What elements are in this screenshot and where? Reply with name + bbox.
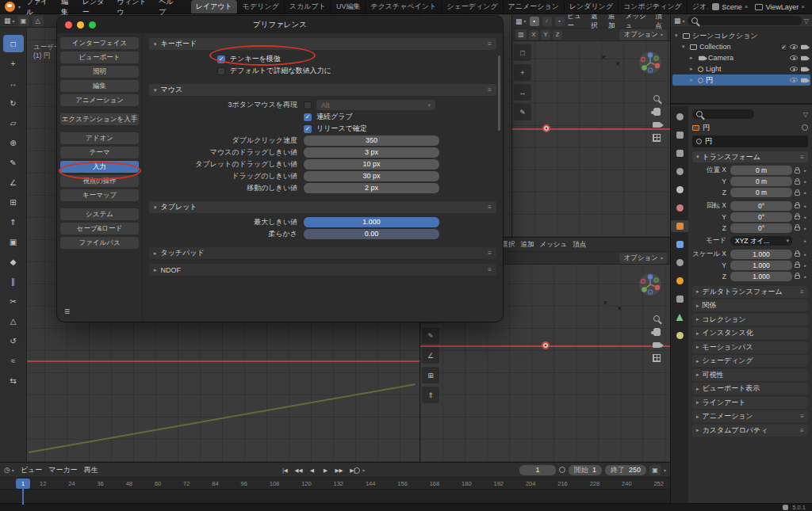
caret-right-icon[interactable]: ▸ — [690, 77, 695, 83]
menu-help[interactable]: ヘルプ — [155, 0, 183, 17]
tool-measure[interactable]: ∠ — [422, 347, 439, 364]
value-field[interactable]: 0° — [730, 201, 792, 211]
prefs-nav-extensions[interactable]: エクステンションを入手 — [60, 113, 139, 125]
section-menu-icon[interactable]: ≡ — [488, 204, 492, 211]
caret-down-icon[interactable]: ▾ — [675, 32, 680, 39]
tool-move[interactable]: ↔ — [3, 74, 24, 92]
release-confirms-checkbox[interactable]: ✓ — [304, 125, 312, 133]
lock-icon[interactable] — [792, 238, 802, 244]
viewport-menu-select[interactable]: 選択 — [591, 14, 603, 31]
prefs-nav-viewport[interactable]: ビューポート — [60, 51, 139, 63]
lock-icon[interactable] — [792, 190, 802, 196]
tool-extrude[interactable]: ⇑ — [3, 213, 24, 231]
editor-type-button[interactable]: ▦▾ — [4, 17, 15, 25]
disable-render-icon[interactable] — [801, 55, 807, 60]
prefs-nav-save-load[interactable]: セーブ&ロード — [60, 223, 139, 235]
prev-keyframe-button[interactable]: ◀◀ — [293, 465, 304, 476]
viewport-menu-add[interactable]: 追加 — [520, 240, 534, 250]
properties-section[interactable]: ▸ 関係 ≡ — [692, 299, 808, 311]
lock-icon[interactable] — [792, 273, 802, 279]
value-field[interactable]: 0 m — [730, 188, 792, 197]
tool-select-box[interactable]: □ — [3, 35, 24, 52]
vertex-select-icon[interactable]: • — [530, 17, 539, 26]
lock-icon[interactable] — [792, 262, 802, 268]
outliner-row-circle[interactable]: ▸ 円 — [672, 74, 810, 86]
scene-close-icon[interactable]: × — [745, 3, 749, 10]
disable-render-icon[interactable] — [801, 67, 807, 71]
animate-dot-icon[interactable]: ● — [802, 238, 808, 243]
properties-section[interactable]: ▸ シェーディング ≡ — [692, 355, 808, 367]
outliner-row-scene-collection[interactable]: ▾ シーンコレクション — [672, 30, 810, 41]
viewport-menu-add[interactable]: 追加 — [608, 14, 620, 31]
prefs-nav-editing[interactable]: 編集 — [60, 80, 139, 92]
hide-eye-icon[interactable] — [790, 55, 798, 60]
hide-eye-icon[interactable] — [790, 78, 798, 82]
modifier-dropdown[interactable]: Alt▾ — [316, 100, 435, 110]
number-field[interactable]: 10 px — [304, 159, 439, 170]
blender-logo-icon[interactable] — [5, 2, 15, 12]
value-field[interactable]: 0° — [730, 212, 792, 222]
tool-cursor[interactable]: + — [3, 55, 24, 72]
viewport-menu-view[interactable]: ビュー — [568, 14, 586, 31]
timeline-ruler[interactable]: 1224364860728496108120132144156168180192… — [0, 478, 670, 490]
prefs-nav-addons[interactable]: アドオン — [60, 132, 139, 144]
lock-icon[interactable] — [792, 168, 802, 174]
tab-physics[interactable] — [671, 275, 688, 287]
mirror-z-toggle[interactable]: Z — [553, 30, 562, 40]
lock-icon[interactable] — [792, 179, 802, 185]
tab-object-data[interactable] — [671, 311, 688, 323]
filter-icon[interactable]: ▽ — [803, 111, 808, 118]
properties-section[interactable]: ▸ アニメーション ≡ — [692, 410, 808, 422]
menu-window[interactable]: ウィンドウ — [113, 0, 155, 17]
editor-type-button[interactable]: ◷▾ — [4, 466, 14, 474]
tool-poly-build[interactable]: △ — [3, 312, 24, 330]
outliner-row-light[interactable]: ▸ Light — [672, 63, 810, 74]
next-keyframe-button[interactable]: ▶▶ — [333, 465, 345, 476]
tool-annotate[interactable]: ✎ — [422, 327, 439, 344]
mirror-y-toggle[interactable]: Y — [541, 30, 550, 40]
workspace-compositing[interactable]: コンポジティング — [619, 0, 688, 13]
properties-section[interactable]: ▸ モーションパス ≡ — [692, 341, 808, 353]
section-menu-icon[interactable]: ≡ — [488, 266, 492, 273]
number-field[interactable]: 2 px — [304, 183, 439, 193]
properties-section[interactable]: ▸ ビューポート表示 ≡ — [692, 383, 808, 395]
prefs-nav-animation[interactable]: アニメーション — [60, 94, 139, 106]
animate-dot-icon[interactable]: ● — [802, 190, 808, 195]
animate-dot-icon[interactable]: ● — [802, 179, 808, 184]
view-layer-selector[interactable]: ViewLayer × — [753, 3, 807, 11]
camera-view-icon[interactable] — [653, 122, 661, 128]
viewport-canvas[interactable] — [512, 14, 670, 237]
disable-render-icon[interactable] — [801, 78, 807, 82]
lock-icon[interactable] — [792, 214, 802, 219]
outliner-search-input[interactable] — [688, 16, 802, 25]
prefs-nav-system[interactable]: システム — [60, 208, 139, 220]
tool-inset[interactable]: ▣ — [3, 233, 24, 250]
viewport-menu-vertex[interactable]: 頂点 — [573, 240, 586, 250]
properties-section[interactable]: ▸ ラインアート ≡ — [692, 397, 808, 409]
playhead[interactable]: 1 — [16, 479, 30, 489]
viewport-menu-mesh[interactable]: メッシュ — [539, 240, 567, 250]
tool-loop-cut[interactable]: ∥ — [3, 273, 24, 290]
tool-move[interactable]: ↔ — [514, 84, 531, 101]
orbit-gizmo[interactable] — [638, 273, 662, 298]
viewport-menu-mesh[interactable]: メッシュ — [626, 14, 649, 31]
tool-annotate[interactable]: ✎ — [3, 154, 24, 171]
tab-scene[interactable] — [671, 184, 688, 196]
section-menu-icon[interactable]: ≡ — [800, 427, 804, 434]
workspace-texture-paint[interactable]: テクスチャペイント — [366, 0, 442, 13]
workspace-geometry-nodes[interactable]: ジオメトリ... — [688, 0, 708, 13]
pan-hand-icon[interactable] — [653, 108, 661, 116]
orbit-gizmo[interactable] — [638, 51, 662, 76]
advanced-numeric-input-checkbox[interactable] — [217, 67, 225, 75]
tool-transform[interactable]: ⊕ — [3, 134, 24, 151]
viewport-menu-select[interactable]: 選択 — [501, 240, 515, 250]
tab-output[interactable] — [671, 147, 688, 159]
hide-eye-icon[interactable] — [790, 67, 798, 71]
face-select-icon[interactable]: ▪ — [555, 17, 565, 26]
tool-bevel[interactable]: ◆ — [3, 253, 24, 270]
keying-dropdown-icon[interactable]: ▾ — [362, 467, 365, 473]
value-field[interactable]: 1.000 — [730, 261, 792, 270]
tool-add-cube[interactable]: ⊞ — [422, 367, 439, 383]
minimize-window-button[interactable] — [77, 21, 84, 29]
frame-end-field[interactable]: 終了250 — [605, 465, 646, 475]
